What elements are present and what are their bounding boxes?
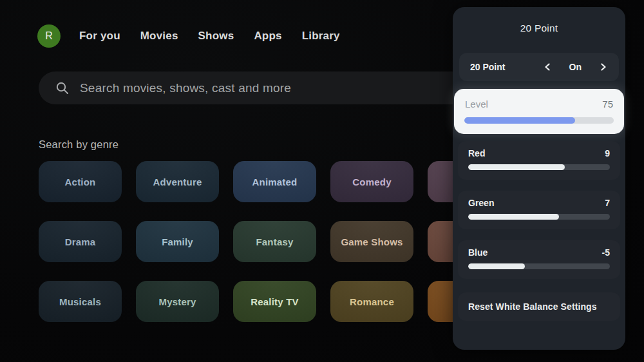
slider-value: 75 [602,99,613,110]
tab-for-you[interactable]: For you [79,30,120,43]
genre-tile-fantasy[interactable]: Fantasy [233,221,316,262]
genre-tile-drama[interactable]: Drama [39,221,122,262]
profile-avatar[interactable]: R [37,24,61,48]
search-icon [55,81,70,95]
genre-tile-adventure[interactable]: Adventure [136,161,219,202]
nav-tabs: For you Movies Shows Apps Library [79,30,340,43]
tab-shows[interactable]: Shows [198,30,234,43]
genre-tile-mystery[interactable]: Mystery [136,281,219,322]
tab-library[interactable]: Library [302,30,340,43]
blue-slider-fill [468,263,525,269]
genre-tile-romance[interactable]: Romance [330,281,413,322]
slider-value: 9 [605,148,610,158]
reset-white-balance-button[interactable]: Reset White Balance Settings [458,292,620,321]
search-placeholder: Search movies, shows, cast and more [80,81,291,95]
slider-card-red[interactable]: Red 9 [458,141,620,180]
genre-tile-action[interactable]: Action [39,161,122,202]
blue-slider-track[interactable] [468,263,610,269]
slider-label: Level [465,99,488,110]
genre-row: Action Adventure Animated Comedy [39,161,511,202]
genre-tile-animated[interactable]: Animated [233,161,316,202]
toggle-label: 20 Point [470,62,505,72]
genre-row: Musicals Mystery Reality TV Romance [39,281,511,322]
toggle-value: On [569,62,582,72]
genre-section-title: Search by genre [39,138,118,151]
red-slider-track[interactable] [468,164,610,170]
genre-tile-game-shows[interactable]: Game Shows [330,221,413,262]
tab-apps[interactable]: Apps [254,30,281,43]
genre-tile-musicals[interactable]: Musicals [39,281,122,322]
chevron-right-icon[interactable] [599,62,608,71]
slider-label: Green [468,198,494,208]
slider-card-blue[interactable]: Blue -5 [458,240,620,279]
tab-movies[interactable]: Movies [140,30,178,43]
reset-button-label: Reset White Balance Settings [468,301,597,312]
slider-card-green[interactable]: Green 7 [458,191,620,229]
genre-row: Drama Family Fantasy Game Shows [39,221,511,262]
green-slider-fill [468,214,559,220]
slider-value: -5 [602,247,610,258]
green-slider-track[interactable] [468,214,610,220]
slider-label: Red [468,148,485,158]
white-balance-panel: 20 Point 20 Point On Level 75 Red 9 [453,7,625,350]
genre-tile-reality-tv[interactable]: Reality TV [233,281,316,322]
slider-card-level[interactable]: Level 75 [454,89,624,134]
level-slider-track[interactable] [464,117,614,124]
genre-tile-family[interactable]: Family [136,221,219,262]
chevron-left-icon[interactable] [543,62,552,71]
20-point-toggle-row[interactable]: 20 Point On [459,53,619,81]
slider-label: Blue [468,247,488,258]
level-slider-fill [464,117,575,124]
red-slider-fill [468,164,565,170]
top-navigation: R For you Movies Shows Apps Library [37,24,340,48]
slider-value: 7 [605,198,610,208]
panel-title: 20 Point [453,23,625,34]
genre-tile-comedy[interactable]: Comedy [330,161,413,202]
